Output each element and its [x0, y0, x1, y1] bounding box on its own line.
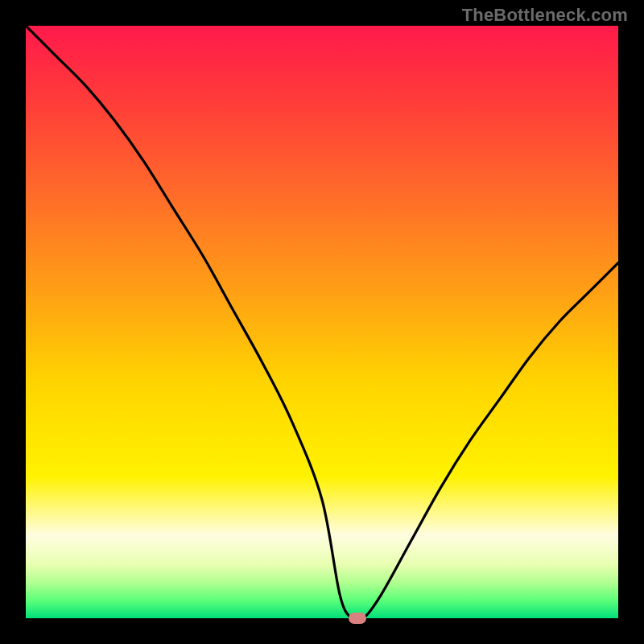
plot-area: [26, 26, 618, 618]
watermark-text: TheBottleneck.com: [462, 5, 628, 26]
curve-svg: [26, 26, 618, 618]
chart-frame: TheBottleneck.com: [0, 0, 644, 644]
minimum-marker: [349, 613, 366, 624]
bottleneck-curve: [26, 26, 618, 618]
